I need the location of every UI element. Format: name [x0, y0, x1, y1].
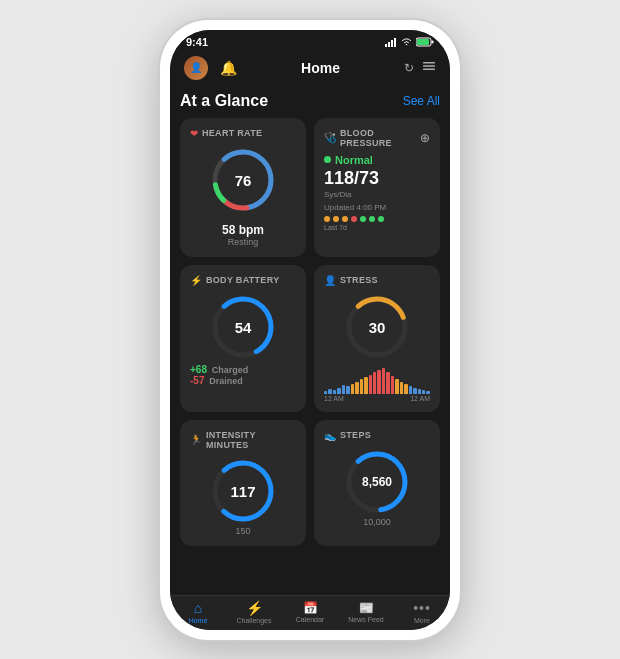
phone-screen: 9:41 [170, 30, 450, 630]
refresh-icon[interactable]: ↻ [404, 61, 414, 75]
stress-bar-23 [426, 391, 429, 393]
stress-title: Stress [340, 275, 378, 285]
nav-newsfeed[interactable]: 📰 News Feed [346, 601, 386, 623]
stress-gauge: 30 [342, 292, 412, 362]
svg-rect-6 [432, 40, 434, 43]
header-actions: ↻ [404, 59, 436, 76]
heart-rate-gauge: 76 [208, 145, 278, 215]
stress-bar-8 [360, 379, 363, 393]
bp-dot-7 [378, 216, 384, 222]
nav-more[interactable]: ••• More [402, 600, 442, 624]
newsfeed-icon: 📰 [359, 601, 374, 615]
stress-bar-9 [364, 377, 367, 394]
svg-rect-5 [417, 39, 429, 45]
bp-header: 🩺 Blood Pressure ⊕ [324, 128, 430, 148]
stress-bar-2 [333, 390, 336, 394]
stress-card[interactable]: 👤 Stress 30 12 AM 12 AM [314, 265, 440, 412]
steps-title: Steps [340, 430, 371, 440]
intensity-value: 117 [230, 482, 255, 499]
signal-icon [385, 37, 397, 47]
heart-rate-card[interactable]: ❤ Heart Rate [180, 118, 306, 257]
body-battery-gauge: 54 [208, 292, 278, 362]
calendar-icon: 📅 [303, 601, 318, 615]
bp-status-row: Normal [324, 154, 430, 166]
intensity-gauge: 117 [208, 456, 278, 526]
intensity-minutes-card[interactable]: 🏃 Intensity Minutes 117 150 [180, 420, 306, 546]
nav-calendar[interactable]: 📅 Calendar [290, 601, 330, 623]
more-icon: ••• [413, 600, 431, 616]
menu-icon[interactable] [422, 59, 436, 76]
avatar[interactable]: 👤 [184, 56, 208, 80]
steps-gauge: 8,560 [342, 447, 412, 517]
steps-icon: 👟 [324, 430, 336, 441]
body-battery-card[interactable]: ⚡ Body Battery 54 +68 Charged [180, 265, 306, 412]
heart-rate-value: 76 [235, 171, 252, 188]
intensity-goal: 150 [190, 526, 296, 536]
im-title: Intensity Minutes [206, 430, 296, 450]
bp-last7: Last 7d [324, 224, 430, 231]
svg-rect-0 [385, 44, 387, 47]
steps-card[interactable]: 👟 Steps 8,560 10,000 [314, 420, 440, 546]
bp-value: 118/73 [324, 168, 430, 189]
stress-bar-18 [404, 384, 407, 393]
blood-pressure-card[interactable]: 🩺 Blood Pressure ⊕ Normal 118/73 Sys/Dia… [314, 118, 440, 257]
bp-dot-2 [333, 216, 339, 222]
bp-dot-1 [324, 216, 330, 222]
status-time: 9:41 [186, 36, 208, 48]
status-icons [385, 37, 434, 47]
stress-bar-1 [328, 389, 331, 394]
stress-bar-3 [337, 388, 340, 394]
page-title: Home [301, 60, 340, 76]
stress-bar-21 [418, 389, 421, 394]
svg-rect-3 [394, 38, 396, 47]
bp-dot-3 [342, 216, 348, 222]
stress-bar-22 [422, 390, 425, 394]
nav-calendar-label: Calendar [296, 616, 324, 623]
stress-bar-15 [391, 376, 394, 394]
bell-icon[interactable]: 🔔 [220, 60, 237, 76]
stress-chart [324, 366, 430, 394]
heart-rate-sub: Resting [190, 237, 296, 247]
nav-challenges[interactable]: ⚡ Challenges [234, 600, 274, 624]
bp-dot-6 [369, 216, 375, 222]
stress-bar-20 [413, 388, 416, 394]
nav-home-label: Home [189, 617, 208, 624]
see-all-link[interactable]: See All [403, 94, 440, 108]
bp-status-dot [324, 156, 331, 163]
stress-bar-19 [409, 386, 412, 393]
info-icon [422, 59, 436, 73]
app-header: 👤 🔔 Home ↻ [170, 52, 450, 86]
stress-bar-7 [355, 382, 358, 394]
steps-header: 👟 Steps [324, 430, 430, 441]
bp-dot-4 [351, 216, 357, 222]
stress-time-start: 12 AM [324, 395, 344, 402]
bp-title: Blood Pressure [340, 128, 416, 148]
home-icon: ⌂ [194, 600, 202, 616]
body-battery-value: 54 [235, 318, 252, 335]
svg-rect-8 [423, 65, 435, 67]
svg-rect-1 [388, 42, 390, 47]
stress-bar-12 [377, 370, 380, 394]
heart-rate-header: ❤ Heart Rate [190, 128, 296, 139]
stress-time-end: 12 AM [410, 395, 430, 402]
bb-charged: +68 Charged [190, 364, 296, 375]
wifi-icon [401, 37, 412, 46]
add-icon[interactable]: ⊕ [420, 131, 430, 145]
section-title: At a Glance [180, 92, 268, 110]
section-header: At a Glance See All [180, 92, 440, 110]
body-battery-stats: +68 Charged -57 Drained [190, 364, 296, 386]
heart-rate-bpm: 58 bpm [190, 223, 296, 237]
nav-newsfeed-label: News Feed [348, 616, 383, 623]
bb-drained: -57 Drained [190, 375, 296, 386]
bb-title: Body Battery [206, 275, 279, 285]
challenges-icon: ⚡ [246, 600, 263, 616]
stress-value: 30 [369, 318, 386, 335]
heart-icon: ❤ [190, 128, 198, 139]
im-icon: 🏃 [190, 434, 202, 445]
stress-bar-0 [324, 391, 327, 393]
bottom-nav: ⌂ Home ⚡ Challenges 📅 Calendar 📰 News Fe… [170, 595, 450, 630]
nav-home[interactable]: ⌂ Home [178, 600, 218, 624]
stress-bar-17 [400, 382, 403, 394]
bp-label: Sys/Dia [324, 190, 430, 199]
card-grid: ❤ Heart Rate [180, 118, 440, 546]
